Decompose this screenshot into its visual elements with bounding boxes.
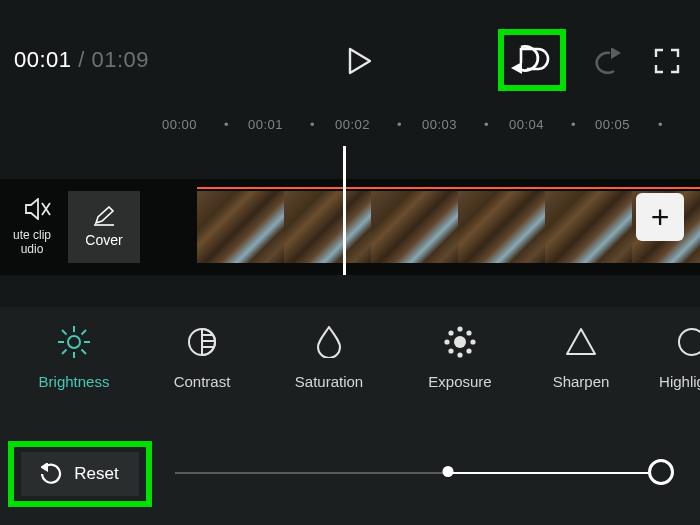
svg-point-28 xyxy=(471,340,474,343)
clip-thumbnail xyxy=(197,191,284,263)
slider-zero-mark xyxy=(442,466,453,477)
mute-label-line2: udio xyxy=(13,242,51,256)
contrast-icon xyxy=(187,327,217,357)
sharpen-icon xyxy=(565,327,597,357)
highlights-icon xyxy=(677,327,700,357)
video-clip[interactable] xyxy=(197,191,700,263)
slider-track-positive xyxy=(448,472,662,474)
reset-highlight-box: Reset xyxy=(8,441,152,507)
svg-point-25 xyxy=(458,327,461,330)
ruler-mark: 00:04 xyxy=(509,117,544,132)
ruler-mark: 00:05 xyxy=(595,117,630,132)
svg-line-16 xyxy=(82,350,87,355)
adjust-tab-contrast[interactable]: Contrast xyxy=(162,325,242,390)
reset-icon xyxy=(41,463,63,485)
svg-point-33 xyxy=(679,329,700,355)
adjust-label: Contrast xyxy=(174,373,231,390)
svg-point-29 xyxy=(449,331,452,334)
slider-track-negative xyxy=(175,472,448,474)
svg-point-32 xyxy=(449,349,452,352)
redo-icon xyxy=(594,48,626,74)
svg-point-30 xyxy=(467,349,470,352)
reset-button[interactable]: Reset xyxy=(21,452,139,496)
clip-thumbnail xyxy=(284,191,371,263)
plus-icon: + xyxy=(651,199,670,236)
play-icon xyxy=(348,47,372,75)
fullscreen-button[interactable] xyxy=(650,44,684,78)
mute-clip-audio-button[interactable]: ute clip udio xyxy=(0,179,56,275)
time-indicator: 00:01 / 01:09 xyxy=(14,47,149,73)
svg-line-15 xyxy=(62,330,67,335)
clip-thumbnail xyxy=(545,191,632,263)
adjust-label: Highlights xyxy=(659,373,700,390)
adjust-tab-highlights[interactable]: Highlights xyxy=(652,325,700,390)
cover-label: Cover xyxy=(85,232,122,248)
adjust-slider[interactable] xyxy=(175,470,662,476)
clip-thumbnail xyxy=(371,191,458,263)
edit-icon xyxy=(93,206,115,226)
adjust-label: Sharpen xyxy=(553,373,610,390)
slider-thumb[interactable] xyxy=(648,459,674,485)
reset-label: Reset xyxy=(74,464,118,484)
ruler-mark: 00:00 xyxy=(162,117,197,132)
speaker-mute-icon xyxy=(25,198,51,220)
play-button[interactable] xyxy=(340,41,380,81)
exposure-icon xyxy=(443,325,477,359)
svg-point-27 xyxy=(445,340,448,343)
adjust-tab-sharpen[interactable]: Sharpen xyxy=(539,325,623,390)
add-clip-button[interactable]: + xyxy=(636,193,684,241)
fullscreen-icon xyxy=(654,48,680,74)
adjust-label: Exposure xyxy=(428,373,491,390)
svg-point-10 xyxy=(68,336,80,348)
adjust-tab-brightness[interactable]: Brightness xyxy=(24,325,124,390)
timeline[interactable]: ute clip udio Cover + xyxy=(0,179,700,275)
adjust-tab-saturation[interactable]: Saturation xyxy=(279,325,379,390)
ruler-mark: 00:03 xyxy=(422,117,457,132)
playhead[interactable] xyxy=(343,146,346,275)
time-separator: / xyxy=(72,47,92,72)
cover-button[interactable]: Cover xyxy=(68,191,140,263)
svg-marker-35 xyxy=(41,463,48,472)
saturation-icon xyxy=(316,326,342,358)
svg-line-18 xyxy=(62,350,67,355)
svg-point-26 xyxy=(458,353,461,356)
mute-label-line1: ute clip xyxy=(13,228,51,242)
adjust-label: Brightness xyxy=(39,373,110,390)
clip-marker-line xyxy=(197,187,700,189)
current-time: 00:01 xyxy=(14,47,72,72)
adjust-tab-exposure[interactable]: Exposure xyxy=(415,325,505,390)
redo-button[interactable] xyxy=(593,44,627,78)
adjust-label: Saturation xyxy=(295,373,363,390)
svg-marker-1 xyxy=(511,62,522,74)
total-duration: 01:09 xyxy=(91,47,149,72)
ruler-mark: 00:02 xyxy=(335,117,370,132)
clip-thumbnail xyxy=(458,191,545,263)
svg-point-31 xyxy=(467,331,470,334)
ruler-mark: 00:01 xyxy=(248,117,283,132)
svg-marker-6 xyxy=(611,48,621,59)
svg-line-17 xyxy=(82,330,87,335)
brightness-icon xyxy=(57,325,91,359)
svg-point-24 xyxy=(454,336,466,348)
undo-icon xyxy=(503,36,559,84)
